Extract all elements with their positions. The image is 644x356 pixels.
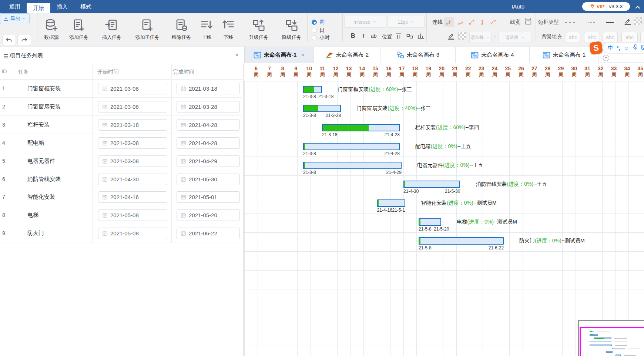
dash-style-solid[interactable] xyxy=(606,22,614,23)
end-date-input[interactable]: 2021-04-29 xyxy=(177,155,240,167)
canvas-tab-1[interactable]: 未命名画布-1× xyxy=(244,47,314,63)
gantt-bar-progress xyxy=(419,238,420,244)
start-date-input[interactable]: 2021-03-18 xyxy=(98,119,167,131)
ime-emoji-icon[interactable]: ☺ xyxy=(624,45,629,51)
end-date-input[interactable]: 2021-03-28 xyxy=(177,101,240,112)
table-row: 7智能化安装2021-04-162021-05-01 xyxy=(0,188,244,206)
toolbar-button-subtask-add[interactable]: 添加子任务 xyxy=(131,19,164,43)
italic-button[interactable]: I xyxy=(362,33,365,40)
nav-tab-模式[interactable]: 模式 xyxy=(74,0,98,13)
start-date-input[interactable]: 2021-04-16 xyxy=(98,191,167,203)
gantt-grid[interactable] xyxy=(244,81,644,356)
nav-tab-开始[interactable]: 开始 xyxy=(27,3,50,13)
collapse-ribbon-icon[interactable] xyxy=(635,4,641,9)
background-style-4-button[interactable]: abc xyxy=(621,32,638,43)
end-date-input[interactable]: 2021-04-28 xyxy=(177,137,240,149)
end-date-input[interactable]: 2021-06-22 xyxy=(177,228,240,239)
gantt-bar[interactable] xyxy=(303,105,341,112)
gantt-bar-progress xyxy=(323,125,368,131)
undo-button[interactable] xyxy=(2,35,16,46)
background-style-1-button[interactable]: abc xyxy=(566,32,580,43)
strike-button[interactable]: ab xyxy=(371,33,377,39)
dash-style-dotted[interactable] xyxy=(587,22,595,23)
export-button[interactable]: 导出 xyxy=(0,13,30,24)
task-name: 电器元器件 xyxy=(27,158,55,165)
gantt-bar[interactable] xyxy=(303,162,402,169)
start-date-input[interactable]: 2021-05-08 xyxy=(98,228,167,239)
time-unit-radio-周[interactable]: 周 xyxy=(312,19,325,26)
connector-style-3-icon[interactable] xyxy=(467,17,477,27)
gantt-bar[interactable] xyxy=(303,86,322,93)
select-placeholder-1[interactable]: 请选择 xyxy=(469,32,492,43)
connector-style-4-icon[interactable] xyxy=(477,17,487,27)
line-width-icon[interactable] xyxy=(523,17,533,27)
background-style-5-button[interactable]: abc xyxy=(640,32,644,43)
bold-button[interactable]: B xyxy=(351,33,355,39)
ime-keyboard-icon[interactable] xyxy=(641,45,644,51)
toolbar-button-task-add[interactable]: 添加任务 xyxy=(63,19,95,43)
canvas-tab-3[interactable]: 未命名画布-3 xyxy=(380,47,456,63)
toolbar-button-task-promote[interactable]: 升级任务 xyxy=(242,19,275,43)
toolbar-button-task-insert[interactable]: 插入任务 xyxy=(95,19,128,43)
canvas-tab-4[interactable]: 未命名画布-4 xyxy=(456,47,530,63)
nav-tab-插入[interactable]: 插入 xyxy=(50,0,74,13)
transparent-fill-icon[interactable] xyxy=(458,32,466,40)
week-header-cell: 8周 xyxy=(276,66,289,78)
toolbar-button-move-down[interactable]: 下移 xyxy=(212,19,245,43)
ime-logo-icon[interactable]: S xyxy=(589,41,603,55)
brand-logo: IAuto xyxy=(511,3,524,10)
select-placeholder-2[interactable]: 请选择 xyxy=(498,32,532,43)
end-date-input[interactable]: 2021-05-20 xyxy=(177,209,240,221)
font-family-select[interactable]: microsc xyxy=(344,16,386,28)
background-style-3-button[interactable]: abc xyxy=(603,32,618,43)
time-unit-radio-日[interactable]: 日 xyxy=(312,27,325,34)
toolbar-button-task-demote[interactable]: 降级任务 xyxy=(275,19,308,43)
start-date-input[interactable]: 2021-03-08 xyxy=(98,101,167,112)
connector-style-1-icon[interactable] xyxy=(444,17,454,27)
canvas-tab-2[interactable]: 未命名画布-2 xyxy=(314,47,380,63)
gantt-bar[interactable] xyxy=(303,143,400,150)
close-tab-icon[interactable]: × xyxy=(301,52,305,58)
gantt-bar[interactable] xyxy=(419,237,504,245)
ime-language-toggle[interactable]: 中 xyxy=(608,45,613,51)
fill-color-icon[interactable] xyxy=(446,31,456,41)
start-date-input[interactable]: 2021-03-08 xyxy=(98,137,167,149)
transparent-fill-icon[interactable] xyxy=(634,17,642,25)
align-group-icon[interactable] xyxy=(406,32,414,40)
start-date-input[interactable]: 2021-03-08 xyxy=(98,83,167,94)
nav-tab-通用[interactable]: 通用 xyxy=(3,0,27,13)
panel-close-icon[interactable]: × xyxy=(235,51,239,59)
add-canvas-button[interactable]: + xyxy=(603,55,609,61)
align-bottom-icon[interactable] xyxy=(417,32,425,40)
calendar-icon xyxy=(181,231,186,236)
start-date-input[interactable]: 2021-03-08 xyxy=(98,155,167,167)
menu-icon xyxy=(3,53,9,60)
start-date-input[interactable]: 2021-04-30 xyxy=(98,174,167,185)
end-date-input[interactable]: 2021-03-18 xyxy=(177,83,240,94)
minimap-overview[interactable] xyxy=(578,320,644,356)
gantt-bar[interactable] xyxy=(403,181,460,188)
time-unit-radio-小时[interactable]: 小时 xyxy=(312,34,330,41)
font-size-select[interactable]: 12px xyxy=(388,16,425,28)
ime-mic-icon[interactable] xyxy=(633,44,638,52)
calendar-icon xyxy=(102,177,108,182)
redo-button[interactable] xyxy=(17,35,31,46)
minimap-viewport[interactable] xyxy=(580,327,644,356)
col-header-task: 任务 xyxy=(18,68,29,75)
connector-style-5-icon[interactable] xyxy=(488,17,498,27)
end-date-input[interactable]: 2021-05-30 xyxy=(177,174,240,185)
line-color-icon[interactable] xyxy=(623,16,633,26)
vip-badge[interactable]: VIP - v3.3.3 xyxy=(582,2,630,11)
gantt-bar[interactable] xyxy=(419,218,441,226)
start-date-input[interactable]: 2021-05-08 xyxy=(98,209,167,221)
gantt-bar[interactable] xyxy=(377,199,405,207)
canvas-tab-5[interactable]: 未命名画布-1 xyxy=(530,47,599,63)
table-row: 6消防管线安装2021-04-302021-05-30 xyxy=(0,170,244,188)
connector-style-2-icon[interactable] xyxy=(456,17,466,27)
align-top-icon[interactable] xyxy=(395,32,403,40)
end-date-input[interactable]: 2021-05-01 xyxy=(177,191,240,203)
gantt-bar[interactable] xyxy=(322,124,400,131)
end-date-input[interactable]: 2021-04-28 xyxy=(177,119,240,131)
dash-style-dashed[interactable] xyxy=(565,22,575,23)
ime-punctuation-toggle[interactable]: °, xyxy=(617,45,620,51)
